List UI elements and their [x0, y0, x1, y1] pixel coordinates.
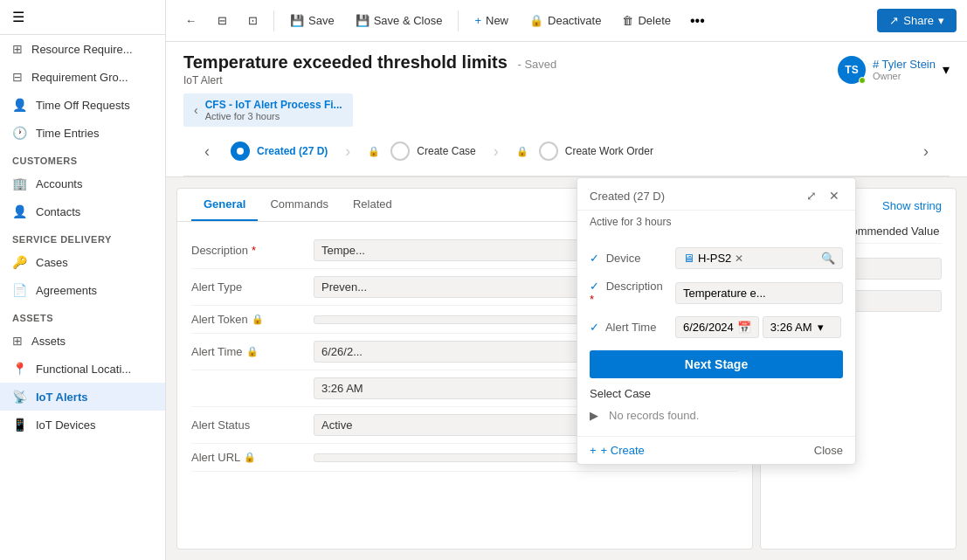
sidebar-item-label: Time Off Requests	[36, 99, 130, 112]
popup-actions: ⤢ ✕	[803, 187, 843, 204]
lock-icon-1: 🔒	[368, 146, 380, 157]
sidebar-item-label: Functional Locati...	[36, 363, 131, 376]
process-bar[interactable]: ‹ CFS - IoT Alert Process Fi... Active f…	[183, 93, 353, 127]
sidebar-item-functional-locati[interactable]: 📍 Functional Locati...	[0, 355, 165, 383]
popup-row-device: ✓ Device 🖥 H-PS2 ✕ 🔍	[590, 242, 843, 274]
alerttime-lock-icon: 🔒	[246, 346, 259, 357]
new-button[interactable]: + New	[466, 10, 517, 31]
time-chevron-icon: ▾	[818, 321, 824, 334]
owner-name[interactable]: # Tyler Stein	[873, 58, 936, 71]
tab-related[interactable]: Related	[341, 189, 404, 221]
create-button[interactable]: + + Create	[590, 444, 645, 457]
content-area: General Commands Related Description * T…	[166, 177, 967, 560]
toolbar: ← ⊟ ⊡ 💾 Save 💾 Save & Close + New 🔒 Deac…	[166, 0, 967, 42]
sidebar-item-time-off[interactable]: 👤 Time Off Requests	[0, 91, 165, 119]
popup-time-value: 3:26 AM	[770, 321, 812, 334]
stage-next-button[interactable]: ›	[916, 139, 936, 164]
next-stage-button[interactable]: Next Stage	[590, 350, 843, 378]
alerttoken-label: Alert Token 🔒	[191, 313, 314, 326]
view-button[interactable]: ⊟	[209, 10, 236, 31]
no-records-row: ▶ No records found.	[590, 404, 843, 427]
device-search-button[interactable]: 🔍	[821, 252, 835, 265]
sidebar-item-requirement-grp[interactable]: ⊟ Requirement Gro...	[0, 63, 165, 91]
back-button[interactable]: ←	[176, 10, 205, 31]
saved-indicator: - Saved	[517, 58, 556, 71]
delete-label: Delete	[638, 14, 671, 27]
save-icon: 💾	[290, 14, 304, 27]
process-label: CFS - IoT Alert Process Fi...	[205, 99, 342, 111]
desc-required: *	[590, 293, 594, 306]
popup-date-field[interactable]: 6/26/2024 📅	[675, 316, 759, 338]
sidebar-item-label: Assets	[31, 335, 66, 348]
owner-chevron[interactable]: ▾	[943, 61, 950, 78]
sidebar-item-assets[interactable]: ⊞ Assets	[0, 327, 165, 355]
stage-item-created[interactable]: Created (27 D)	[217, 142, 342, 161]
sidebar-item-agreements[interactable]: 📄 Agreements	[0, 276, 165, 304]
stage-bar-inner: ‹ Created (27 D) › 🔒 Create Case › 🔒 Cre…	[183, 127, 950, 176]
new-label: New	[486, 14, 508, 27]
popup-title: Created (27 D)	[590, 190, 665, 203]
desc-field-label: ✓ Description *	[590, 280, 668, 306]
stage-item-create-case[interactable]: 🔒 Create Case	[354, 142, 489, 161]
stage-circle-create-work-order	[539, 142, 558, 161]
popup-close-button[interactable]: ✕	[825, 187, 843, 204]
avatar-initials: TS	[845, 64, 858, 76]
popup-time-field[interactable]: 3:26 AM ▾	[763, 316, 841, 338]
main-area: ← ⊟ ⊡ 💾 Save 💾 Save & Close + New 🔒 Deac…	[166, 0, 967, 560]
sidebar-item-iot-alerts[interactable]: 📡 IoT Alerts	[0, 383, 165, 411]
more-button[interactable]: •••	[683, 9, 712, 33]
alerttoken-lock-icon: 🔒	[252, 314, 264, 325]
sidebar-item-label: Agreements	[36, 284, 97, 297]
alerturl-label: Alert URL 🔒	[191, 451, 314, 464]
deactivate-button[interactable]: 🔒 Deactivate	[521, 10, 610, 31]
save-close-label: Save & Close	[374, 14, 443, 27]
deactivate-icon: 🔒	[529, 14, 543, 27]
desc-field-value[interactable]: Temperature e...	[675, 282, 843, 304]
arrow-indicator: ▶	[590, 409, 598, 422]
stage-bar: ‹ Created (27 D) › 🔒 Create Case › 🔒 Cre…	[183, 127, 950, 176]
sidebar-item-resource-req[interactable]: ⊞ Resource Require...	[0, 35, 165, 63]
new-window-button[interactable]: ⊡	[239, 10, 266, 31]
device-field-label: ✓ Device	[590, 252, 668, 265]
chevron-down-icon: ▾	[938, 14, 944, 27]
description-required: *	[252, 244, 256, 257]
section-customers: Customers	[0, 147, 165, 169]
tab-commands[interactable]: Commands	[258, 189, 340, 221]
stage-prev-button[interactable]: ‹	[197, 139, 217, 164]
owner-label: Owner	[873, 71, 936, 81]
stage-item-create-work-order[interactable]: 🔒 Create Work Order	[502, 142, 667, 161]
process-status: Active for 3 hours	[205, 111, 342, 121]
device-check-icon: ✓	[590, 252, 599, 265]
alertstatus-label-text: Alert Status	[191, 418, 250, 432]
share-button[interactable]: ↗ Share ▾	[877, 9, 957, 32]
device-field-value[interactable]: 🖥 H-PS2 ✕ 🔍	[675, 247, 843, 269]
device-tag-close[interactable]: ✕	[735, 252, 743, 265]
delete-icon: 🗑	[622, 14, 633, 27]
sidebar-item-label: Time Entries	[36, 127, 99, 140]
process-info: CFS - IoT Alert Process Fi... Active for…	[205, 99, 342, 121]
alerturl-lock-icon: 🔒	[244, 452, 256, 463]
sidebar-item-cases[interactable]: 🔑 Cases	[0, 248, 165, 276]
tab-general[interactable]: General	[191, 189, 258, 221]
sidebar-item-label: Resource Require...	[31, 43, 133, 56]
delete-button[interactable]: 🗑 Delete	[613, 10, 680, 31]
save-button[interactable]: 💾 Save	[281, 10, 343, 31]
avatar: TS	[838, 56, 866, 84]
sidebar-item-iot-devices[interactable]: 📱 IoT Devices	[0, 411, 165, 439]
show-string-link[interactable]: Show string	[882, 199, 942, 212]
timeoff-icon: 👤	[12, 98, 27, 112]
sidebar-item-accounts[interactable]: 🏢 Accounts	[0, 169, 165, 197]
hamburger-icon[interactable]: ☰	[12, 10, 24, 24]
process-prev-btn[interactable]: ‹	[194, 103, 198, 117]
sidebar-header[interactable]: ☰	[0, 0, 165, 35]
popup-date-value: 6/26/2024	[683, 321, 734, 334]
save-close-button[interactable]: 💾 Save & Close	[347, 10, 452, 31]
popup-expand-button[interactable]: ⤢	[803, 187, 820, 204]
page-title-row: Temperature exceeded threshold limits - …	[183, 52, 950, 86]
requirement-icon: ⊟	[12, 70, 23, 84]
sidebar-item-contacts[interactable]: 👤 Contacts	[0, 197, 165, 225]
sidebar-item-time-entries[interactable]: 🕐 Time Entries	[0, 119, 165, 147]
popup-close-footer-button[interactable]: Close	[814, 444, 843, 457]
plus-create-icon: +	[590, 444, 597, 457]
popup-row-alert-time: ✓ Alert Time 6/26/2024 📅 3:26 AM ▾	[590, 311, 843, 343]
